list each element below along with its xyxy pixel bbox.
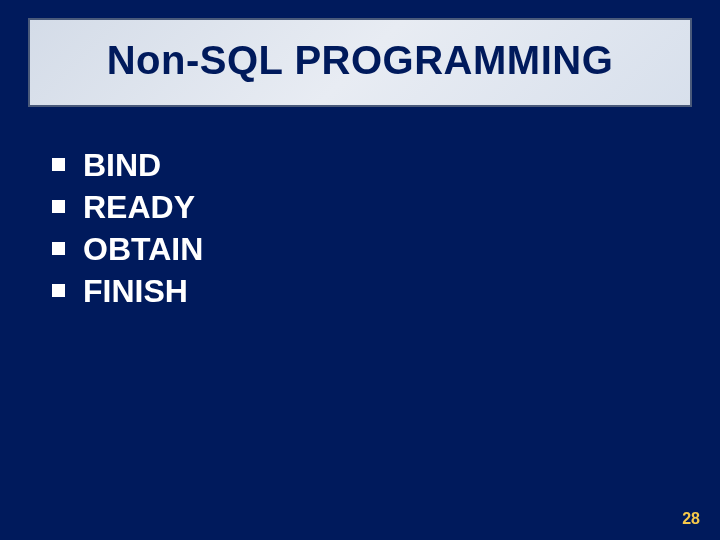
bullet-text: BIND: [83, 145, 161, 185]
list-item: OBTAIN: [52, 229, 720, 269]
list-item: FINISH: [52, 271, 720, 311]
square-bullet-icon: [52, 242, 65, 255]
list-item: READY: [52, 187, 720, 227]
square-bullet-icon: [52, 284, 65, 297]
slide-title-box: Non-SQL PROGRAMMING: [28, 18, 692, 107]
bullet-text: FINISH: [83, 271, 188, 311]
square-bullet-icon: [52, 158, 65, 171]
bullet-text: READY: [83, 187, 195, 227]
bullet-list: BIND READY OBTAIN FINISH: [52, 145, 720, 311]
list-item: BIND: [52, 145, 720, 185]
square-bullet-icon: [52, 200, 65, 213]
slide-title: Non-SQL PROGRAMMING: [40, 38, 680, 83]
bullet-text: OBTAIN: [83, 229, 203, 269]
page-number: 28: [682, 510, 700, 528]
